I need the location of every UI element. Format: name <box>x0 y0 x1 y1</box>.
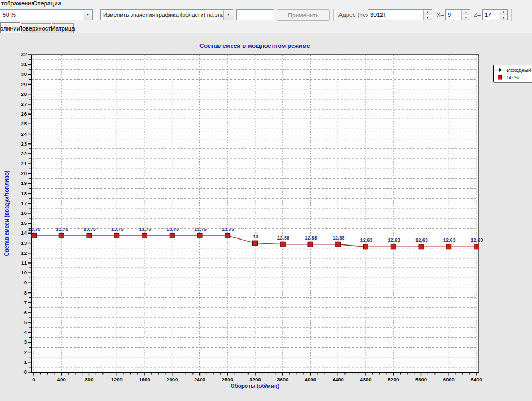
svg-text:12,63: 12,63 <box>360 237 373 243</box>
spinner-arrows-icon[interactable]: ▲▼ <box>461 10 470 20</box>
chart-legend: Исходный 50 % <box>493 65 532 82</box>
svg-text:4800: 4800 <box>360 376 371 382</box>
toolbar: 50 % ▼ Изменить значения графика (област… <box>0 8 532 23</box>
tab-isolines[interactable]: олинии <box>0 22 20 33</box>
svg-text:13,75: 13,75 <box>166 226 179 232</box>
z-label: Z= <box>474 11 481 18</box>
value-input[interactable] <box>236 9 274 20</box>
svg-text:22: 22 <box>21 151 27 157</box>
svg-text:2800: 2800 <box>222 376 233 382</box>
apply-button[interactable]: Применить <box>277 9 330 21</box>
svg-text:800: 800 <box>85 376 94 382</box>
chevron-down-icon[interactable]: ▼ <box>223 10 233 20</box>
svg-text:Обороты (об/мин): Обороты (об/мин) <box>231 383 280 389</box>
svg-text:30: 30 <box>21 71 27 77</box>
x-label: X= <box>437 11 444 18</box>
svg-text:12,88: 12,88 <box>277 235 289 241</box>
svg-text:2400: 2400 <box>194 376 205 382</box>
svg-text:5200: 5200 <box>388 376 399 382</box>
svg-text:13,75: 13,75 <box>111 226 124 232</box>
address-label: Адрес (hex) <box>338 11 371 18</box>
menu-item-display[interactable]: тображение <box>0 0 35 8</box>
svg-text:25: 25 <box>21 121 27 127</box>
svg-text:13,75: 13,75 <box>28 226 41 232</box>
x-spinner[interactable]: ▲▼ <box>445 9 470 20</box>
svg-text:12,63: 12,63 <box>388 237 400 243</box>
svg-text:18: 18 <box>21 190 27 196</box>
svg-text:23: 23 <box>21 141 27 147</box>
svg-text:17: 17 <box>21 200 27 206</box>
svg-text:3600: 3600 <box>277 376 288 382</box>
svg-text:13,75: 13,75 <box>222 226 234 232</box>
tab-surface[interactable]: Поверхность <box>21 23 51 33</box>
toolbar-separator <box>511 9 512 21</box>
svg-text:1200: 1200 <box>111 376 123 382</box>
menu-bar: тображение Операции <box>0 0 532 8</box>
svg-text:9: 9 <box>24 279 27 285</box>
svg-text:6400: 6400 <box>470 376 482 382</box>
svg-text:24: 24 <box>21 131 27 137</box>
svg-text:5: 5 <box>24 319 27 325</box>
svg-text:12,88: 12,88 <box>305 235 317 241</box>
svg-text:6: 6 <box>24 309 27 315</box>
address-input[interactable] <box>368 10 423 20</box>
legend-item-50pct: 50 % <box>495 74 531 81</box>
address-spinner[interactable]: ▲▼ <box>368 9 432 20</box>
svg-text:2000: 2000 <box>166 376 178 382</box>
ecu-editor-window: тображение Операции 50 % ▼ Изменить знач… <box>0 0 532 401</box>
svg-text:0: 0 <box>32 376 35 382</box>
z-input[interactable] <box>483 10 499 20</box>
svg-text:28: 28 <box>21 91 27 97</box>
svg-text:16: 16 <box>21 210 27 216</box>
svg-text:13: 13 <box>253 234 258 240</box>
map-select-combo[interactable]: 50 % ▼ <box>0 9 93 20</box>
spinner-arrows-icon[interactable]: ▲▼ <box>499 10 507 20</box>
svg-text:7: 7 <box>24 300 27 306</box>
svg-text:12,88: 12,88 <box>332 235 345 241</box>
legend-item-original: Исходный <box>495 67 531 74</box>
tab-bar: олинии Поверхность Матрица <box>0 22 532 33</box>
svg-text:6000: 6000 <box>443 376 455 382</box>
svg-text:Состав смеси (воздух/топливо): Состав смеси (воздух/топливо) <box>4 171 10 256</box>
arrow-line-icon <box>495 68 505 73</box>
svg-text:29: 29 <box>21 81 27 87</box>
svg-text:8: 8 <box>24 290 27 296</box>
svg-text:13,75: 13,75 <box>194 226 207 232</box>
svg-text:12,63: 12,63 <box>415 237 428 243</box>
svg-text:12: 12 <box>21 250 27 256</box>
svg-text:11: 11 <box>21 260 27 266</box>
svg-text:12,63: 12,63 <box>443 237 456 243</box>
svg-text:13,75: 13,75 <box>83 226 96 232</box>
svg-text:Состав смеси в мощностном режи: Состав смеси в мощностном режиме <box>200 43 310 49</box>
svg-text:4000: 4000 <box>305 376 316 382</box>
spinner-arrows-icon[interactable]: ▲▼ <box>423 10 432 20</box>
svg-text:4: 4 <box>24 329 27 335</box>
svg-text:15: 15 <box>21 220 27 226</box>
svg-text:20: 20 <box>21 170 27 176</box>
toolbar-separator <box>96 9 97 21</box>
svg-text:13,75: 13,75 <box>139 226 152 232</box>
tab-matrix[interactable]: Матрица <box>52 23 74 33</box>
chevron-down-icon[interactable]: ▼ <box>83 10 92 20</box>
svg-text:19: 19 <box>21 180 27 186</box>
operation-select-combo[interactable]: Изменить значения графика (области) на з… <box>100 9 233 20</box>
svg-text:2: 2 <box>24 349 27 355</box>
mixture-chart[interactable]: 0400800120016002000240028003200360040004… <box>0 33 532 401</box>
toolbar-separator <box>333 9 334 21</box>
svg-text:12,63: 12,63 <box>471 237 483 243</box>
svg-text:3200: 3200 <box>249 376 261 382</box>
operation-select-value: Изменить значения графика (области) на з… <box>101 11 223 18</box>
svg-text:32: 32 <box>21 51 27 57</box>
menu-item-operations[interactable]: Операции <box>32 0 62 8</box>
x-input[interactable] <box>446 10 461 20</box>
svg-text:14: 14 <box>21 230 27 236</box>
svg-text:13,75: 13,75 <box>56 226 68 232</box>
svg-text:10: 10 <box>21 270 27 276</box>
svg-text:5600: 5600 <box>415 376 427 382</box>
z-spinner[interactable]: ▲▼ <box>482 9 508 20</box>
square-marker-icon <box>495 75 505 80</box>
svg-text:27: 27 <box>21 101 27 107</box>
svg-text:1: 1 <box>24 359 27 365</box>
svg-text:31: 31 <box>21 61 27 67</box>
svg-text:13: 13 <box>21 240 27 246</box>
